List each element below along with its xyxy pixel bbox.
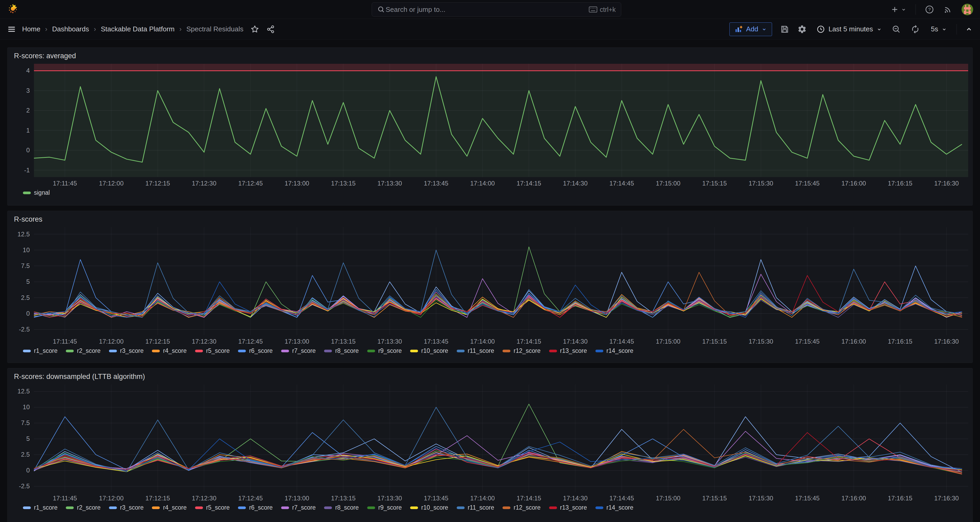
x-axis-tick-label: 17:12:45 (238, 338, 263, 345)
legend-item-r4_score[interactable]: r4_score (152, 347, 186, 354)
time-series-chart[interactable]: -2.502.557.51012.517:11:4517:12:0017:12:… (8, 225, 972, 346)
time-series-chart[interactable]: -10123417:11:4517:12:0017:12:1517:12:301… (8, 61, 972, 188)
legend-item-r12_score[interactable]: r12_score (503, 347, 541, 354)
menu-toggle-button[interactable] (7, 24, 16, 34)
legend-item-r14_score[interactable]: r14_score (595, 504, 633, 511)
topbar-actions: ? (890, 4, 973, 15)
breadcrumb-home[interactable]: Home (22, 25, 40, 33)
legend-swatch (66, 506, 74, 509)
favorite-button[interactable] (250, 25, 259, 34)
legend-item-r4_score[interactable]: r4_score (152, 504, 186, 511)
y-axis-tick-label: 12.5 (18, 231, 30, 238)
x-axis-tick-label: 17:16:30 (934, 338, 959, 345)
legend-item-r2_score[interactable]: r2_score (66, 504, 100, 511)
legend-item-r11_score[interactable]: r11_score (457, 347, 494, 354)
x-axis-tick-label: 17:14:15 (517, 180, 541, 187)
profile-avatar[interactable] (962, 4, 973, 15)
legend-item-r9_score[interactable]: r9_score (367, 347, 402, 354)
x-axis-tick-label: 17:12:30 (192, 180, 216, 187)
legend-item-r8_score[interactable]: r8_score (324, 504, 358, 511)
legend-label: r4_score (163, 347, 186, 354)
legend-item-r7_score[interactable]: r7_score (281, 504, 316, 511)
collapse-toolbar-button[interactable] (965, 25, 973, 34)
x-axis-tick-label: 17:13:15 (331, 180, 355, 187)
panel-title[interactable]: R-scores: downsampled (LTTB algorithm) (8, 369, 145, 382)
refresh-button[interactable] (909, 24, 921, 34)
save-dashboard-button[interactable] (780, 24, 789, 34)
dashboard-quick-actions (250, 25, 275, 34)
x-axis-tick-label: 17:13:15 (331, 495, 355, 502)
legend-swatch (324, 506, 332, 509)
legend-item-r6_score[interactable]: r6_score (238, 347, 272, 354)
legend-label: r8_score (335, 504, 358, 511)
legend-item-r1_score[interactable]: r1_score (23, 347, 57, 354)
breadcrumb-folder[interactable]: Stackable Data Platform (101, 25, 175, 33)
legend-item-r13_score[interactable]: r13_score (549, 504, 587, 511)
x-axis-tick-label: 17:16:30 (934, 180, 959, 187)
x-axis-tick-label: 17:15:00 (656, 338, 680, 345)
share-button[interactable] (266, 25, 275, 34)
x-axis-tick-label: 17:13:00 (285, 338, 309, 345)
news-button[interactable] (943, 5, 953, 14)
legend-item-r1_score[interactable]: r1_score (23, 504, 57, 511)
chart-legend: r1_scorer2_scorer3_scorer4_scorer5_score… (8, 503, 972, 511)
x-axis-tick-label: 17:14:30 (563, 495, 587, 502)
keyboard-icon (589, 6, 597, 13)
save-icon (780, 24, 789, 34)
help-button[interactable]: ? (925, 5, 934, 14)
legend-swatch (152, 350, 160, 352)
legend-swatch (595, 350, 603, 352)
dashboard-settings-button[interactable] (797, 24, 807, 34)
legend-item-r14_score[interactable]: r14_score (595, 347, 633, 354)
series-line-r13_score (34, 433, 962, 470)
x-axis-tick-label: 17:14:45 (609, 180, 634, 187)
legend-swatch (109, 350, 117, 352)
breadcrumb-current-dashboard: Spectral Residuals (186, 25, 243, 33)
legend-item-r8_score[interactable]: r8_score (324, 347, 358, 354)
x-axis-tick-label: 17:16:30 (934, 495, 959, 502)
legend-swatch (109, 506, 117, 509)
legend-swatch (457, 350, 465, 352)
legend-item-r9_score[interactable]: r9_score (367, 504, 402, 511)
panel-title[interactable]: R-scores (8, 211, 42, 225)
search-input[interactable] (385, 5, 589, 14)
chevron-down-icon (901, 6, 907, 13)
zoom-out-time-button[interactable] (892, 24, 901, 34)
news-rss-icon (943, 5, 953, 14)
legend-item-r3_score[interactable]: r3_score (109, 347, 143, 354)
legend-swatch (410, 506, 418, 509)
legend-item-r6_score[interactable]: r6_score (238, 504, 272, 511)
time-series-chart[interactable]: -2.502.557.51012.517:11:4517:12:0017:12:… (8, 382, 972, 503)
legend-label: r2_score (77, 347, 100, 354)
legend-item-r12_score[interactable]: r12_score (503, 504, 541, 511)
y-axis-tick-label: 3 (26, 87, 30, 94)
legend-swatch (503, 350, 511, 352)
legend-item-r13_score[interactable]: r13_score (549, 347, 587, 354)
x-axis-tick-label: 17:12:15 (145, 338, 170, 345)
legend-item-signal[interactable]: signal (23, 189, 50, 196)
legend-item-r2_score[interactable]: r2_score (66, 347, 100, 354)
x-axis-tick-label: 17:15:15 (702, 180, 727, 187)
legend-item-r3_score[interactable]: r3_score (109, 504, 143, 511)
legend-swatch (152, 506, 160, 509)
x-axis-tick-label: 17:14:00 (470, 180, 495, 187)
new-button[interactable] (890, 5, 907, 14)
panel-title[interactable]: R-scores: averaged (8, 48, 76, 61)
legend-swatch (23, 192, 31, 194)
add-panel-button[interactable]: Add (729, 22, 772, 36)
legend-item-r10_score[interactable]: r10_score (410, 504, 448, 511)
legend-label: r6_score (249, 504, 272, 511)
breadcrumb-dashboards[interactable]: Dashboards (52, 25, 89, 33)
legend-item-r7_score[interactable]: r7_score (281, 347, 316, 354)
refresh-interval-picker[interactable]: 5s (929, 25, 949, 34)
x-axis-tick-label: 17:14:45 (609, 338, 634, 345)
time-range-picker[interactable]: Last 5 minutes (815, 24, 883, 34)
x-axis-tick-label: 17:13:30 (377, 338, 402, 345)
legend-label: r9_score (378, 504, 402, 511)
legend-item-r11_score[interactable]: r11_score (457, 504, 494, 511)
search-bar[interactable]: ctrl+k (372, 2, 621, 17)
legend-item-r5_score[interactable]: r5_score (195, 347, 229, 354)
legend-item-r5_score[interactable]: r5_score (195, 504, 229, 511)
legend-item-r10_score[interactable]: r10_score (410, 347, 448, 354)
legend-swatch (23, 506, 31, 509)
